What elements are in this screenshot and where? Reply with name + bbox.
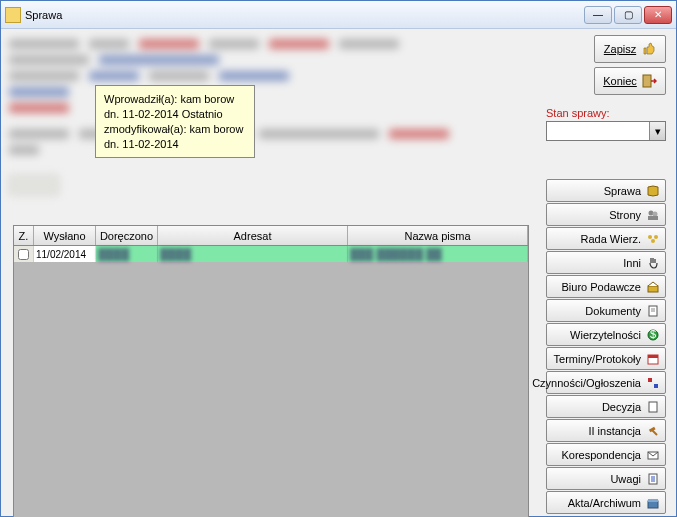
tooltip-line: zmodyfikował(a): kam borow <box>104 122 246 137</box>
hand-icon <box>646 256 660 270</box>
svg-rect-17 <box>649 402 657 412</box>
inbox-icon <box>646 280 660 294</box>
cell-checkbox[interactable] <box>14 246 34 262</box>
svg-point-4 <box>648 235 652 239</box>
koniec-button[interactable]: Koniec <box>594 67 666 95</box>
grid-header: Z. Wysłano Doręczono Adresat Nazwa pisma <box>14 226 528 246</box>
svg-rect-0 <box>643 75 651 87</box>
archive-icon <box>646 496 660 510</box>
people-icon <box>646 208 660 222</box>
row-checkbox[interactable] <box>18 249 29 260</box>
svg-rect-3 <box>648 216 658 220</box>
zapisz-label: Zapisz <box>604 43 636 55</box>
thumbs-up-icon <box>640 41 656 57</box>
tooltip-line: dn. 11-02-2014 Ostatnio <box>104 107 246 122</box>
window: Sprawa — ▢ ✕ Wprowadził(a): kam borow dn… <box>0 0 677 517</box>
sidebar-item-ii-instancja[interactable]: II instancja <box>546 419 666 442</box>
col-adresat[interactable]: Adresat <box>158 226 348 245</box>
titlebar: Sprawa — ▢ ✕ <box>1 1 676 29</box>
sidebar-item-strony[interactable]: Strony <box>546 203 666 226</box>
exit-icon <box>641 73 657 89</box>
col-nazwa[interactable]: Nazwa pisma <box>348 226 528 245</box>
svg-rect-7 <box>648 286 658 292</box>
mail-icon <box>646 448 660 462</box>
money-icon: $ <box>646 328 660 342</box>
svg-point-6 <box>651 239 655 243</box>
svg-line-19 <box>652 430 657 435</box>
sidebar-item-sprawa[interactable]: Sprawa <box>546 179 666 202</box>
svg-point-2 <box>653 211 658 216</box>
group-icon <box>646 232 660 246</box>
col-z[interactable]: Z. <box>14 226 34 245</box>
tooltip-line: Wprowadził(a): kam borow <box>104 92 246 107</box>
book-icon <box>646 184 660 198</box>
sidebar-item-dokumenty[interactable]: Dokumenty <box>546 299 666 322</box>
sidebar-item-decyzja[interactable]: Decyzja <box>546 395 666 418</box>
svg-text:$: $ <box>650 328 656 340</box>
sidebar-item-inni[interactable]: Inni <box>546 251 666 274</box>
svg-rect-14 <box>648 355 658 358</box>
window-title: Sprawa <box>25 9 584 21</box>
tooltip: Wprowadził(a): kam borow dn. 11-02-2014 … <box>95 85 255 158</box>
cell-nazwa: ███ ██████ ██ <box>348 246 528 262</box>
stan-select[interactable]: ▾ <box>546 121 666 141</box>
maximize-button[interactable]: ▢ <box>614 6 642 24</box>
app-icon <box>5 7 21 23</box>
form-blurred-area <box>9 35 529 215</box>
sidebar-item-rada-wierz[interactable]: Rada Wierz. <box>546 227 666 250</box>
chevron-down-icon: ▾ <box>649 122 665 140</box>
sidebar-item-biuro[interactable]: Biuro Podawcze <box>546 275 666 298</box>
note-icon <box>646 472 660 486</box>
tooltip-line: dn. 11-02-2014 <box>104 137 246 152</box>
page-icon <box>646 400 660 414</box>
stan-label: Stan sprawy: <box>546 107 666 119</box>
col-wyslano[interactable]: Wysłano <box>34 226 96 245</box>
gavel-icon <box>646 424 660 438</box>
svg-rect-26 <box>648 499 658 502</box>
close-button[interactable]: ✕ <box>644 6 672 24</box>
cell-adresat: ████ <box>158 246 348 262</box>
cell-doreczono: ████ <box>96 246 158 262</box>
table-row[interactable]: 11/02/2014 ████ ████ ███ ██████ ██ <box>14 246 528 262</box>
sidebar-item-uwagi[interactable]: Uwagi <box>546 467 666 490</box>
sidebar-item-wierzytelnosci[interactable]: Wierzytelności $ <box>546 323 666 346</box>
koniec-label: Koniec <box>603 75 637 87</box>
svg-rect-15 <box>648 378 652 382</box>
cell-wyslano: 11/02/2014 <box>34 246 96 262</box>
minimize-button[interactable]: — <box>584 6 612 24</box>
svg-rect-16 <box>654 384 658 388</box>
sidebar-item-czynnosci[interactable]: Czynności/Ogłoszenia <box>546 371 666 394</box>
sidebar-item-akta[interactable]: Akta/Archiwum <box>546 491 666 514</box>
side-nav: Sprawa Strony Rada Wierz. Inni Biuro Pod… <box>546 179 666 515</box>
document-icon <box>646 304 660 318</box>
svg-rect-25 <box>648 501 658 508</box>
zapisz-button[interactable]: Zapisz <box>594 35 666 63</box>
calendar-icon <box>646 352 660 366</box>
correspondence-grid: Z. Wysłano Doręczono Adresat Nazwa pisma… <box>13 225 529 517</box>
tools-icon <box>646 376 660 390</box>
svg-point-5 <box>654 235 658 239</box>
col-doreczono[interactable]: Doręczono <box>96 226 158 245</box>
sidebar-item-terminy[interactable]: Terminy/Protokoły <box>546 347 666 370</box>
sidebar-item-korespondencja[interactable]: Korespondencja <box>546 443 666 466</box>
